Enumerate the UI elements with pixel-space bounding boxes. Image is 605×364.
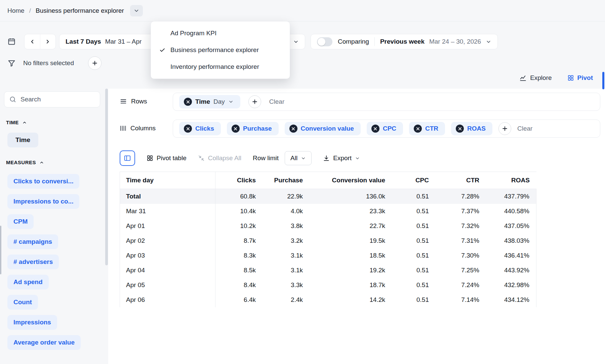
measure-chip[interactable]: # advertisers [7, 255, 59, 269]
compare-range: Mar 24 – 30, 2026 [429, 38, 481, 45]
column-chip-label: CPC [383, 125, 396, 132]
sidebar-scrollbar-thumb[interactable] [105, 89, 108, 265]
compare-period-button[interactable]: Previous week Mar 24 – 30, 2026 [380, 38, 491, 45]
pivot-table-button[interactable]: Pivot table [147, 154, 187, 162]
button-label: Collapse All [208, 154, 241, 162]
column-chip[interactable]: ROAS [451, 122, 492, 135]
data-cell: 437.05% [486, 219, 536, 233]
breadcrumb-home[interactable]: Home [7, 7, 25, 14]
date-range-preset: Last 7 Days [66, 38, 101, 45]
measure-chip[interactable]: Clicks to conversi... [7, 174, 79, 189]
table-row[interactable]: Mar 31 10.4k 4.0k 23.3k 0.51 7.37% 440.5… [120, 204, 536, 219]
table-row[interactable]: Apr 02 8.7k 3.2k 19.5k 0.51 7.31% 438.03… [120, 233, 536, 248]
comparing-label: Comparing [338, 38, 369, 45]
window-scrollbar-thumb[interactable] [602, 72, 604, 89]
comparing-toggle[interactable] [317, 37, 332, 46]
remove-icon[interactable] [456, 125, 464, 133]
data-cell: 3.1k [263, 248, 310, 263]
add-filter-button[interactable] [88, 56, 102, 70]
table-total-row[interactable]: Total 60.8k 22.9k 136.0k 0.51 7.28% 437.… [120, 189, 536, 204]
column-header-cell[interactable]: CTR [436, 172, 486, 189]
explore-chart-icon [519, 74, 527, 82]
row-label-cell: Apr 01 [120, 219, 215, 233]
measure-chip[interactable]: Impressions to co... [7, 194, 79, 209]
rows-config: Time Day Clear [173, 93, 600, 111]
column-chip[interactable]: Purchase [227, 122, 279, 135]
pivot-panel: Rows Time Day Clear Columns [108, 89, 605, 364]
remove-icon[interactable] [184, 98, 192, 106]
row-label-cell: Apr 04 [120, 263, 215, 278]
menu-item-ad-program-kpi[interactable]: Ad Program KPI [151, 25, 290, 42]
chevron-down-icon[interactable] [228, 99, 234, 104]
row-limit-select[interactable]: All [285, 151, 312, 165]
column-chip[interactable]: Clicks [179, 122, 221, 135]
column-header-cell[interactable]: Conversion value [310, 172, 392, 189]
tab-explore[interactable]: Explore [519, 74, 552, 82]
table-row[interactable]: Apr 04 8.5k 3.1k 19.2k 0.51 7.25% 443.92… [120, 263, 536, 278]
total-cell: 136.0k [310, 189, 392, 204]
toggle-side-panel-button[interactable] [120, 150, 135, 166]
column-chip[interactable]: Conversion value [285, 122, 361, 135]
data-cell: 438.03% [486, 233, 536, 248]
row-limit-label: Row limit [253, 154, 279, 162]
add-row-button[interactable] [248, 95, 261, 108]
measure-chip[interactable]: Impressions [7, 315, 57, 330]
fields-sidebar: TIME Time MEASURES Clicks to conversi...… [0, 89, 104, 364]
explorer-menu-toggle[interactable] [130, 5, 143, 16]
data-cell: 18.5k [310, 248, 392, 263]
table-row[interactable]: Apr 01 10.2k 3.8k 22.7k 0.51 7.32% 437.0… [120, 219, 536, 233]
table-row[interactable]: Apr 03 8.3k 3.1k 18.5k 0.51 7.30% 436.41… [120, 248, 536, 263]
breadcrumb-current: Business performance explorer [36, 7, 124, 14]
column-chip-label: Purchase [243, 125, 272, 132]
plus-icon [91, 60, 98, 66]
column-chip[interactable]: CPC [367, 122, 403, 135]
data-cell: 7.14% [436, 292, 486, 307]
column-header-cell[interactable]: ROAS [486, 172, 536, 189]
total-cell: 60.8k [215, 189, 263, 204]
clear-rows-button[interactable]: Clear [269, 98, 284, 105]
data-cell: 19.2k [310, 263, 392, 278]
row-chip-time-day[interactable]: Time Day [179, 95, 240, 108]
measure-chip[interactable]: Ad spend [7, 275, 49, 289]
previous-period-button[interactable] [25, 34, 40, 49]
table-row[interactable]: Apr 05 8.4k 3.3k 18.7k 0.51 7.24% 432.98… [120, 278, 536, 292]
remove-icon[interactable] [184, 125, 192, 133]
measure-chip[interactable]: Count [7, 295, 38, 310]
remove-icon[interactable] [232, 125, 240, 133]
column-chip[interactable]: CTR [409, 122, 445, 135]
data-cell: 7.24% [436, 278, 486, 292]
collapse-all-button[interactable]: Collapse All [198, 154, 241, 162]
menu-item-business-performance-explorer[interactable]: Business performance explorer [151, 42, 290, 58]
export-button[interactable]: Export [323, 154, 360, 162]
remove-icon[interactable] [371, 125, 379, 133]
column-header-cell[interactable]: Clicks [215, 172, 263, 189]
column-header-cell[interactable]: CPC [392, 172, 436, 189]
menu-item-inventory-performance-explorer[interactable]: Inventory performance explorer [151, 58, 290, 75]
collapse-all-icon [198, 155, 205, 162]
tab-pivot[interactable]: Pivot [567, 74, 593, 82]
measure-chip[interactable]: CPM [7, 214, 34, 229]
date-range-value: Mar 31 – Apr [105, 38, 142, 45]
measure-chip[interactable]: # campaigns [7, 234, 58, 249]
column-header-cell[interactable]: Purchase [263, 172, 310, 189]
calendar-icon[interactable] [7, 37, 16, 46]
table-row[interactable]: Apr 06 6.4k 2.4k 14.2k 0.51 7.14% 434.12… [120, 292, 536, 307]
data-cell: 0.51 [392, 263, 436, 278]
menu-item-label: Inventory performance explorer [170, 63, 259, 71]
chevron-up-icon[interactable] [39, 160, 44, 165]
add-column-button[interactable] [498, 122, 511, 135]
filter-empty-label: No filters selected [23, 59, 74, 67]
measure-chip[interactable]: Average order value [7, 335, 81, 350]
search-input[interactable] [4, 91, 100, 107]
chevron-up-icon[interactable] [22, 120, 27, 125]
remove-icon[interactable] [289, 125, 297, 133]
chevron-down-icon [355, 156, 360, 161]
breadcrumb-bar: Home / Business performance explorer [0, 0, 605, 21]
next-period-button[interactable] [40, 34, 56, 49]
column-header-cell[interactable]: Time day [120, 172, 215, 189]
time-field-chip[interactable]: Time [7, 133, 38, 147]
data-cell: 3.1k [263, 263, 310, 278]
clear-columns-button[interactable]: Clear [517, 125, 532, 132]
data-cell: 6.4k [215, 292, 263, 307]
remove-icon[interactable] [414, 125, 422, 133]
